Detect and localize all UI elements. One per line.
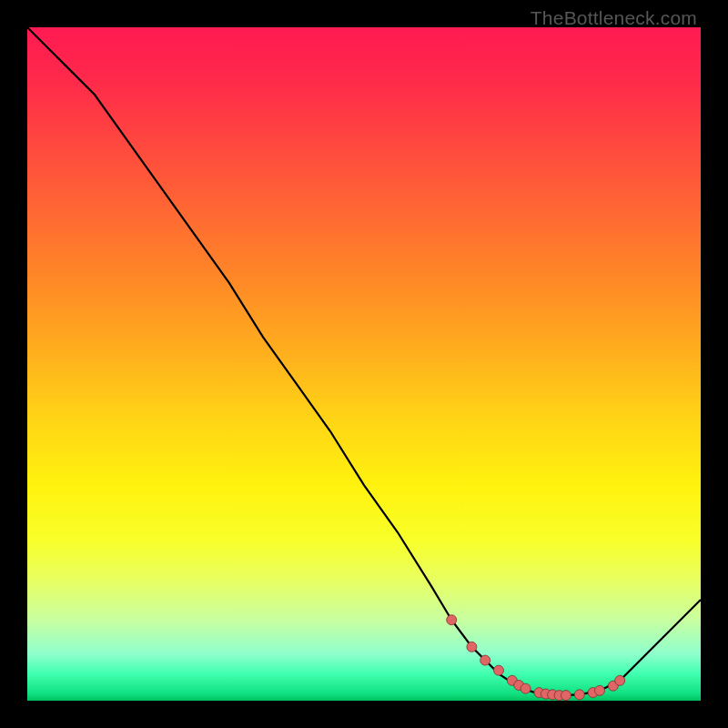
plot-area xyxy=(27,27,701,701)
line-chart xyxy=(27,27,701,701)
highlight-dot xyxy=(447,615,457,625)
highlight-dot xyxy=(615,675,625,685)
highlight-dot xyxy=(494,665,504,675)
chart-stage: TheBottleneck.com xyxy=(0,0,728,728)
watermark-text: TheBottleneck.com xyxy=(531,7,697,29)
highlight-dot xyxy=(467,642,477,652)
highlight-dot xyxy=(574,690,584,700)
highlight-dot xyxy=(561,691,571,701)
bottleneck-curve xyxy=(27,27,701,695)
highlight-dot xyxy=(480,655,490,665)
highlight-dot xyxy=(595,685,605,695)
highlight-dots xyxy=(447,615,625,701)
highlight-dot xyxy=(521,683,531,693)
